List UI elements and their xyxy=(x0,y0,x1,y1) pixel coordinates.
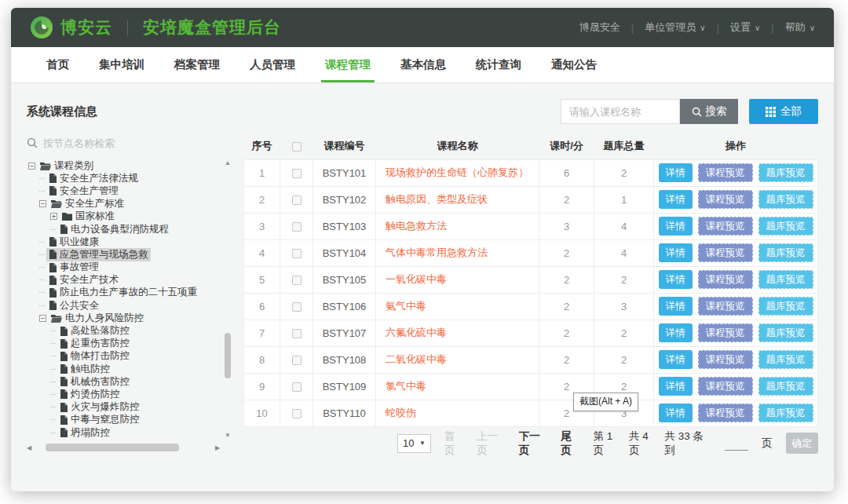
detail-button[interactable]: 详情 xyxy=(659,190,693,209)
page-size-select[interactable]: 10 ▼ xyxy=(397,434,431,453)
bank-preview-button[interactable]: 题库预览 xyxy=(758,404,813,422)
course-preview-button[interactable]: 课程预览 xyxy=(698,163,753,182)
row-checkbox[interactable] xyxy=(292,249,302,258)
tree-item-label: 安全生产法律法规 xyxy=(60,172,138,184)
cell-course-name: 一氧化碳中毒 xyxy=(376,266,539,293)
goto-confirm-button[interactable]: 确定 xyxy=(786,433,818,454)
course-preview-button[interactable]: 课程预览 xyxy=(698,377,753,396)
row-checkbox[interactable] xyxy=(292,302,302,312)
detail-button[interactable]: 详情 xyxy=(659,297,693,316)
course-preview-button[interactable]: 课程预览 xyxy=(698,323,753,342)
tree-item[interactable]: −课程类别 xyxy=(27,159,221,172)
tree-item[interactable]: 高处坠落防控 xyxy=(27,324,221,337)
detail-button[interactable]: 详情 xyxy=(659,323,693,342)
bank-preview-button[interactable]: 题库预览 xyxy=(758,297,813,316)
bank-preview-button[interactable]: 题库预览 xyxy=(758,217,813,236)
course-preview-button[interactable]: 课程预览 xyxy=(698,243,753,262)
tree-item[interactable]: 安全生产技术 xyxy=(27,274,221,287)
tree-item[interactable]: 职业健康 xyxy=(27,236,221,248)
course-preview-button[interactable]: 课程预览 xyxy=(698,404,753,422)
tree-item[interactable]: 坍塌防控 xyxy=(27,426,221,439)
detail-button[interactable]: 详情 xyxy=(659,350,693,369)
select-all-checkbox[interactable] xyxy=(292,142,302,152)
tree-item[interactable]: 中毒与窒息防控 xyxy=(27,414,221,426)
tree-expander[interactable]: − xyxy=(28,163,35,170)
detail-button[interactable]: 详情 xyxy=(659,243,693,262)
tab-基本信息[interactable]: 基本信息 xyxy=(386,47,461,82)
tab-集中培训[interactable]: 集中培训 xyxy=(84,47,159,82)
bank-preview-button[interactable]: 题库预览 xyxy=(758,243,813,262)
tab-首页[interactable]: 首页 xyxy=(31,47,84,82)
row-checkbox[interactable] xyxy=(292,276,302,285)
pagination-last[interactable]: 尾页 xyxy=(561,429,579,458)
detail-button[interactable]: 详情 xyxy=(659,163,693,182)
tab-档案管理[interactable]: 档案管理 xyxy=(159,47,235,82)
row-checkbox[interactable] xyxy=(292,356,302,365)
bank-preview-button[interactable]: 题库预览 xyxy=(758,323,813,342)
row-checkbox[interactable] xyxy=(292,409,302,418)
tab-人员管理[interactable]: 人员管理 xyxy=(235,47,310,82)
tree-item[interactable]: 安全生产管理 xyxy=(27,184,221,197)
tree-item[interactable]: +国家标准 xyxy=(27,210,221,223)
course-preview-button[interactable]: 课程预览 xyxy=(698,270,753,289)
tree-item[interactable]: 事故管理 xyxy=(27,261,221,274)
scroll-up-icon[interactable]: ▲ xyxy=(223,159,232,166)
tree-item[interactable]: 公共安全 xyxy=(27,299,221,312)
tree-search-input[interactable] xyxy=(43,137,200,149)
row-checkbox[interactable] xyxy=(292,195,302,205)
course-preview-button[interactable]: 课程预览 xyxy=(698,217,753,236)
tree-item[interactable]: 应急管理与现场急救 xyxy=(27,248,221,261)
tree-expander[interactable]: + xyxy=(50,213,57,220)
detail-button[interactable]: 详情 xyxy=(659,377,693,396)
course-search-input[interactable] xyxy=(561,99,680,124)
scroll-right-icon[interactable]: ▶ xyxy=(215,444,223,451)
bank-preview-button[interactable]: 题库预览 xyxy=(758,270,813,289)
tree-connector xyxy=(50,419,56,420)
menu-role[interactable]: 单位管理员 ∨ xyxy=(645,20,705,35)
tree-item[interactable]: 灼烫伤防控 xyxy=(27,388,221,400)
pagination-next[interactable]: 下一页 xyxy=(519,429,548,458)
row-checkbox[interactable] xyxy=(292,222,302,232)
show-all-button[interactable]: 全部 xyxy=(749,99,818,124)
row-checkbox[interactable] xyxy=(292,169,302,178)
detail-button[interactable]: 详情 xyxy=(659,217,693,236)
menu-settings[interactable]: 设置 ∨ xyxy=(730,20,760,35)
row-checkbox[interactable] xyxy=(292,382,302,392)
cell-hours: 2 xyxy=(539,186,594,213)
tree-item[interactable]: −电力人身风险防控 xyxy=(27,312,221,324)
tree-item[interactable]: 防止电力生产事故的二十五项重 xyxy=(27,287,221,299)
bank-preview-button[interactable]: 题库预览 xyxy=(758,350,813,369)
tab-通知公告[interactable]: 通知公告 xyxy=(536,47,612,82)
pagination-first[interactable]: 首页 xyxy=(444,429,463,458)
scroll-down-icon[interactable]: ▼ xyxy=(223,432,232,439)
menu-help[interactable]: 帮助 ∨ xyxy=(785,20,815,35)
vertical-scroll-thumb[interactable] xyxy=(225,333,231,378)
course-preview-button[interactable]: 课程预览 xyxy=(698,350,753,369)
tree-item[interactable]: 安全生产法律法规 xyxy=(27,172,221,184)
pagination-prev[interactable]: 上一页 xyxy=(477,429,506,458)
tab-统计查询[interactable]: 统计查询 xyxy=(461,47,536,82)
search-button[interactable]: 搜索 xyxy=(680,99,738,124)
tree-item[interactable]: 物体打击防控 xyxy=(27,350,221,363)
grid-icon xyxy=(766,107,776,117)
horizontal-scroll-thumb[interactable] xyxy=(46,444,179,451)
bank-preview-button[interactable]: 题库预览 xyxy=(758,377,813,396)
tree-expander[interactable]: − xyxy=(39,315,46,322)
goto-page-input[interactable] xyxy=(725,436,748,451)
scroll-left-icon[interactable]: ◀ xyxy=(27,444,35,451)
tree-item[interactable]: 起重伤害防控 xyxy=(27,338,221,350)
tree-item[interactable]: 触电防控 xyxy=(27,363,221,375)
course-preview-button[interactable]: 课程预览 xyxy=(698,297,753,316)
tree-expander[interactable]: − xyxy=(39,200,46,207)
tree-item[interactable]: 机械伤害防控 xyxy=(27,375,221,388)
detail-button[interactable]: 详情 xyxy=(659,404,693,422)
bank-preview-button[interactable]: 题库预览 xyxy=(758,163,813,182)
detail-button[interactable]: 详情 xyxy=(659,270,693,289)
row-checkbox[interactable] xyxy=(292,329,302,338)
tab-课程管理[interactable]: 课程管理 xyxy=(310,47,386,82)
course-preview-button[interactable]: 课程预览 xyxy=(698,190,753,209)
bank-preview-button[interactable]: 题库预览 xyxy=(758,190,813,209)
tree-item[interactable]: 火灾与爆炸防控 xyxy=(27,401,221,414)
tree-item[interactable]: 电力设备典型消防规程 xyxy=(27,223,221,236)
tree-item[interactable]: −安全生产标准 xyxy=(27,198,221,210)
